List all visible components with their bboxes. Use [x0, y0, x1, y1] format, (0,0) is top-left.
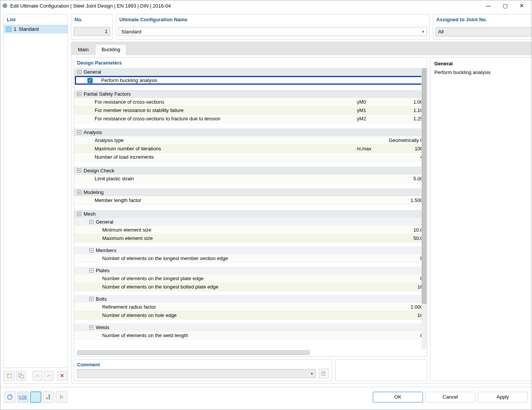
app-icon [2, 3, 8, 9]
tab-buckling[interactable]: Buckling [95, 44, 127, 55]
config-name-value: Standard [121, 29, 141, 35]
list-item-number: 1 [14, 26, 16, 32]
view-mode-icon[interactable] [30, 391, 41, 403]
config-name-input[interactable]: Standard ▾ [119, 27, 427, 36]
check-down-icon[interactable]: ✓↓ [33, 371, 43, 381]
group-mesh[interactable]: −Mesh [74, 210, 427, 218]
table-row: Number of elements on the weld length8 [74, 331, 427, 340]
no-input[interactable]: 1 [74, 27, 110, 36]
structure-icon[interactable] [43, 391, 54, 403]
table-row: Refinement radius factor2.000 [74, 303, 427, 311]
units-icon[interactable]: 0.00 [17, 391, 28, 403]
minus-icon[interactable]: − [77, 212, 81, 216]
list-heading: List [4, 14, 68, 25]
table-row: Maximum number of iterationsni,max100 [74, 145, 427, 153]
subgroup-mesh-general[interactable]: −General [74, 218, 427, 226]
minimize-button[interactable]: — [480, 0, 497, 11]
group-modeling[interactable]: −Modeling [74, 188, 427, 196]
copy-config-icon[interactable] [16, 371, 26, 381]
minus-icon[interactable]: − [77, 92, 81, 96]
table-row: For resistance of cross-sections to frac… [74, 115, 427, 123]
table-row: Limit plastic strain5.00 [74, 175, 427, 183]
table-row: Number of elements on hole edge16 [74, 311, 427, 320]
table-row: Maximum element size50.0 [74, 234, 427, 243]
svg-point-3 [7, 373, 9, 375]
minus-icon[interactable]: − [89, 220, 93, 224]
row-perform-buckling[interactable]: Perform buckling analysis [75, 76, 426, 85]
group-design-check[interactable]: −Design Check [74, 167, 427, 175]
new-config-icon[interactable] [5, 371, 14, 381]
list-item-icon [6, 27, 11, 32]
subgroup-mesh-bolts[interactable]: −Bolts [74, 295, 427, 303]
maximize-button[interactable]: ▢ [497, 0, 513, 11]
svg-rect-12 [46, 397, 48, 399]
svg-point-1 [4, 5, 6, 7]
svg-marker-14 [48, 394, 51, 396]
chevron-down-icon[interactable]: ▾ [422, 29, 424, 34]
chevron-down-icon[interactable]: ▾ [311, 371, 313, 376]
subgroup-mesh-members[interactable]: −Members [74, 246, 427, 254]
table-row: Member length factor1.500 [74, 196, 427, 205]
group-psf[interactable]: −Partial Safety Factors [74, 90, 427, 98]
minus-icon[interactable]: − [77, 70, 81, 74]
comment-label: Comment [77, 362, 329, 367]
svg-point-10 [8, 395, 12, 399]
list-item-label: Standard [19, 26, 39, 32]
subgroup-mesh-plates[interactable]: −Plates [74, 266, 427, 274]
no-label: No. [71, 14, 112, 25]
delete-config-icon[interactable]: ✕ [57, 371, 67, 381]
minus-icon[interactable]: − [77, 130, 81, 134]
checkbox-icon[interactable] [87, 78, 93, 83]
info-text: Perform buckling analysis [434, 69, 532, 75]
table-row: Minimum element size10.0 [74, 226, 427, 234]
apply-button[interactable]: Apply [478, 392, 528, 402]
tab-main[interactable]: Main [71, 44, 95, 55]
minus-icon[interactable]: − [89, 268, 93, 273]
group-analysis[interactable]: −Analysis [74, 128, 427, 136]
minus-icon[interactable]: − [89, 297, 93, 301]
table-row: For member resistance to stability failu… [74, 106, 427, 115]
joint-input[interactable]: All [435, 27, 532, 36]
ok-button[interactable]: OK [373, 392, 423, 402]
minus-icon[interactable]: − [89, 325, 93, 330]
config-name-label: Ultimate Configuration Name [116, 14, 429, 25]
table-row: Number of load increments4 [74, 153, 427, 161]
comment-input[interactable]: ▾ [77, 369, 316, 378]
table-row: Number of elements on the longest bolted… [74, 283, 427, 291]
cancel-button[interactable]: Cancel [425, 392, 475, 402]
table-row: Analysis typeGeometrically lin [74, 136, 427, 145]
window-title: Edit Ultimate Configuration | Steel Join… [10, 3, 480, 9]
table-row: For resistance of cross-sectionsγM01.00 [74, 98, 427, 106]
group-general[interactable]: −General [74, 68, 427, 76]
design-params-heading: Design Parameters [74, 58, 427, 68]
minus-icon[interactable]: − [77, 169, 81, 173]
joint-label: Assigned to Joint No. [433, 14, 532, 25]
scrollbar-vertical[interactable] [421, 68, 427, 349]
subgroup-mesh-welds[interactable]: −Welds [74, 323, 427, 331]
close-button[interactable]: ✕ [513, 0, 530, 11]
scrollbar-horizontal[interactable] [77, 350, 310, 355]
list-item[interactable]: 1 Standard [4, 25, 68, 33]
table-row: Number of elements on the longest plate … [74, 274, 427, 283]
help-icon[interactable] [4, 391, 16, 403]
function-icon[interactable]: fx [56, 391, 67, 403]
comment-library-icon[interactable] [319, 369, 329, 378]
table-row: Number of elements on the longest member… [74, 254, 427, 263]
info-heading: General [434, 61, 532, 66]
check-up-icon[interactable]: ✓↑ [44, 371, 54, 381]
svg-rect-5 [20, 375, 23, 378]
minus-icon[interactable]: − [77, 190, 81, 194]
minus-icon[interactable]: − [89, 248, 93, 252]
